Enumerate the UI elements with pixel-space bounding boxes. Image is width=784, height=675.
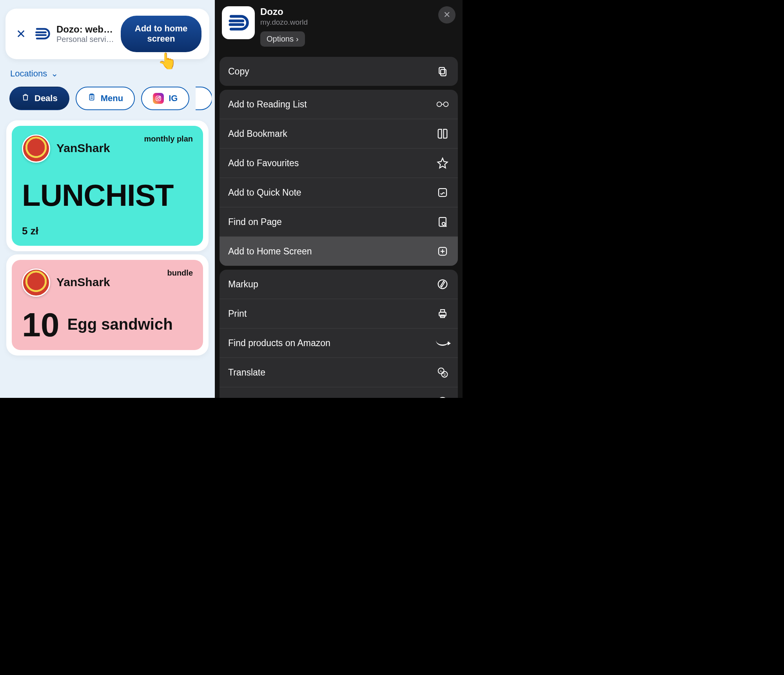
deal-price: 5 zł (22, 225, 193, 237)
share-sheet-header: Dozo my.dozo.world Options › ✕ (220, 5, 458, 53)
svg-text:文: 文 (443, 373, 446, 377)
star-icon (436, 156, 449, 170)
action-label: Add to Home Screen (228, 246, 312, 257)
glasses-icon (436, 98, 449, 111)
markup-icon (436, 278, 449, 291)
deal-card-container[interactable]: YanShark bundle 10 Egg sandwich (6, 254, 209, 356)
site-icon (222, 6, 255, 39)
app-preview-panel: ︿ ✕ Dozo: web… Personal servic… Add to h… (0, 0, 215, 398)
vendor-avatar (22, 269, 50, 297)
instagram-icon (153, 93, 164, 104)
action-translate[interactable]: Translate A文 (220, 357, 458, 387)
action-label: Find products on Amazon (228, 338, 330, 348)
chevron-right-icon: › (296, 34, 299, 44)
chip-deals[interactable]: Deals (9, 87, 69, 110)
chip-instagram[interactable]: IG (141, 87, 189, 110)
deal-tag: monthly plan (144, 134, 193, 143)
svg-text:A: A (440, 369, 442, 373)
svg-point-6 (437, 102, 442, 107)
locations-label: Locations (10, 69, 47, 79)
action-print[interactable]: Print (220, 299, 458, 328)
action-find-on-page[interactable]: Find on Page (220, 207, 458, 236)
action-group: Add to Reading List Add Bookmark Add to … (220, 90, 458, 266)
close-icon: ✕ (443, 10, 450, 20)
svg-point-7 (444, 102, 448, 107)
action-group: Copy (220, 57, 458, 86)
svg-point-2 (158, 97, 160, 99)
pwa-install-banner: ✕ Dozo: web… Personal servic… Add to hom… (5, 9, 209, 59)
svg-point-10 (442, 222, 445, 225)
sheet-title: Dozo (260, 6, 308, 17)
close-sheet-button[interactable]: ✕ (438, 6, 456, 24)
chrome-icon (436, 395, 449, 398)
action-label: Add to Favourites (228, 158, 299, 169)
copy-icon (436, 65, 449, 78)
action-group: Markup Print Find products on Amazon Tra… (220, 270, 458, 398)
book-icon (436, 127, 449, 140)
translate-icon: A文 (436, 366, 449, 379)
options-label: Options (267, 34, 294, 44)
printer-icon (436, 307, 449, 320)
chip-menu[interactable]: Menu (76, 87, 135, 110)
share-sheet-panel: Dozo my.dozo.world Options › ✕ Copy Add … (215, 0, 463, 398)
dozo-logo-icon (34, 25, 51, 42)
find-icon (436, 215, 449, 229)
banner-title: Dozo: web… (56, 24, 115, 35)
bundle-quantity: 10 (22, 308, 60, 341)
vendor-avatar (22, 134, 50, 163)
deal-card-container[interactable]: YanShark monthly plan LUNCHIST 5 zł (6, 120, 209, 251)
action-quick-note[interactable]: Add to Quick Note (220, 178, 458, 207)
sheet-url: my.dozo.world (260, 18, 308, 27)
action-add-to-home-screen[interactable]: Add to Home Screen (220, 236, 458, 266)
action-favourites[interactable]: Add to Favourites (220, 148, 458, 178)
action-amazon[interactable]: Find products on Amazon (220, 328, 458, 357)
action-label: Find on Page (228, 217, 282, 227)
svg-point-3 (160, 96, 160, 97)
clipboard-icon (87, 93, 96, 104)
action-label: Add to Quick Note (228, 187, 301, 198)
chip-label: IG (169, 93, 178, 103)
svg-rect-5 (439, 67, 445, 74)
chip-label: Menu (101, 93, 123, 103)
vendor-name: YanShark (56, 276, 110, 289)
deal-headline: LUNCHIST (22, 178, 193, 213)
action-label: Add to Reading List (228, 99, 307, 110)
action-label: Add Bookmark (228, 129, 287, 139)
locations-dropdown[interactable]: Locations ⌄ (3, 65, 212, 83)
action-reading-list[interactable]: Add to Reading List (220, 90, 458, 119)
action-label: Print (228, 308, 247, 319)
plus-square-icon (436, 245, 449, 258)
chip-label: Deals (34, 93, 58, 103)
svg-rect-4 (441, 69, 446, 76)
deal-card: YanShark bundle 10 Egg sandwich (12, 260, 203, 350)
svg-point-12 (438, 280, 447, 289)
filter-chips: Deals Menu IG (3, 83, 212, 117)
banner-subtitle: Personal servic… (56, 35, 115, 44)
pointing-hand-icon: 👆 (158, 52, 177, 70)
action-label: Markup (228, 279, 258, 290)
note-icon (436, 186, 449, 199)
action-chrome[interactable]: Open in Chrome (220, 387, 458, 398)
chip-overflow[interactable] (196, 87, 212, 110)
vendor-name: YanShark (56, 142, 110, 155)
close-banner-button[interactable]: ✕ (13, 26, 28, 41)
bundle-item-name: Egg sandwich (67, 316, 173, 333)
action-bookmark[interactable]: Add Bookmark (220, 119, 458, 148)
action-copy[interactable]: Copy (220, 57, 458, 86)
chevron-down-icon: ⌄ (51, 69, 58, 79)
action-label: Open in Chrome (228, 397, 294, 398)
amazon-icon (436, 336, 449, 350)
svg-rect-8 (439, 189, 446, 196)
action-label: Copy (228, 66, 249, 77)
close-icon: ✕ (16, 27, 26, 41)
bag-icon (21, 93, 30, 104)
deal-tag: bundle (167, 269, 193, 278)
options-button[interactable]: Options › (260, 31, 305, 47)
action-label: Translate (228, 367, 265, 378)
action-markup[interactable]: Markup (220, 270, 458, 299)
deal-card: YanShark monthly plan LUNCHIST 5 zł (12, 126, 203, 246)
svg-rect-14 (441, 310, 445, 312)
add-to-home-screen-button[interactable]: Add to home screen (121, 16, 201, 52)
